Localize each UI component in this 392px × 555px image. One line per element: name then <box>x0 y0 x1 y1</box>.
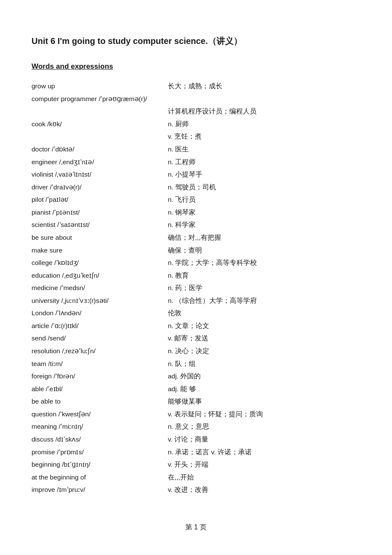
vocab-definition: n. 队；组 <box>168 357 360 370</box>
table-row: education /ˌedʒuˈkeɪʃn/ n. 教育 <box>32 269 360 282</box>
vocab-definition: v. 改进；改善 <box>168 483 360 496</box>
vocab-term: education /ˌedʒuˈkeɪʃn/ <box>32 269 168 282</box>
table-row: be sure about 确信；对,,,有把握 <box>32 231 360 244</box>
vocab-term: beginning /bɪˈɡɪnɪŋ/ <box>32 458 168 471</box>
vocab-term <box>32 130 168 143</box>
vocab-term: driver /ˈdraɪvə(r)/ <box>32 181 168 194</box>
vocab-definition: n. 小提琴手 <box>168 168 360 181</box>
vocab-term: medicine /ˈmedsn/ <box>32 282 168 294</box>
table-row: medicine /ˈmedsn/ n. 药；医学 <box>32 282 360 294</box>
vocab-definition: n. 文章；论文 <box>168 320 360 332</box>
vocab-term: at the beginning of <box>32 471 168 484</box>
vocab-definition: n. 工程师 <box>168 156 360 169</box>
vocab-definition: n. 厨师 <box>168 118 360 131</box>
vocab-table: grow up 长大；成熟；成长 computer programmer /ˈp… <box>32 80 360 496</box>
table-row: 计算机程序设计员；编程人员 <box>32 105 360 118</box>
table-row: send /send/ v. 邮寄；发送 <box>32 332 360 345</box>
vocab-term: be sure about <box>32 231 168 244</box>
vocab-term: violinist /ˌvaɪəˈlɪnɪst/ <box>32 168 168 181</box>
vocab-term: team /tiːm/ <box>32 357 168 370</box>
vocab-definition: v. 开头；开端 <box>168 458 360 471</box>
vocab-term: make sure <box>32 244 168 257</box>
table-row: meaning /ˈmiːnɪŋ/ n. 意义；意思 <box>32 420 360 433</box>
vocab-term: article /ˈɑː(r)tɪkl/ <box>32 320 168 332</box>
vocab-term: able /ˈeɪbl/ <box>32 383 168 395</box>
table-row: v. 烹饪；煮 <box>32 130 360 143</box>
table-row: university /ˌjuːnɪˈvɜː(r)səti/ n. （综合性）大… <box>32 294 360 307</box>
vocab-term: discuss /dɪˈskʌs/ <box>32 433 168 446</box>
vocab-definition: v. 烹饪；煮 <box>168 130 360 143</box>
vocab-term: improve /ɪmˈpruːv/ <box>32 483 168 496</box>
table-row: make sure 确保；查明 <box>32 244 360 257</box>
vocab-term: pilot /ˈpaɪlət/ <box>32 193 168 206</box>
table-row: promise /ˈprɒmɪs/ n. 承诺；诺言 v. 许诺；承诺 <box>32 446 360 459</box>
table-row: computer programmer /ˈprəʊɡræmə(r)/ <box>32 93 360 105</box>
table-row: violinist /ˌvaɪəˈlɪnɪst/ n. 小提琴手 <box>32 168 360 181</box>
table-row: London /ˈlʌndən/ 伦敦 <box>32 307 360 320</box>
vocab-term <box>32 105 168 118</box>
vocab-definition: n. 意义；意思 <box>168 420 360 433</box>
table-row: improve /ɪmˈpruːv/ v. 改进；改善 <box>32 483 360 496</box>
vocab-definition: n. 学院；大学；高等专科学校 <box>168 256 360 269</box>
vocab-definition: n. 科学家 <box>168 218 360 231</box>
table-row: doctor /ˈdɒktə/ n. 医生 <box>32 143 360 156</box>
table-row: at the beginning of 在,,,开始 <box>32 471 360 484</box>
table-row: article /ˈɑː(r)tɪkl/ n. 文章；论文 <box>32 320 360 332</box>
vocab-definition: v. 邮寄；发送 <box>168 332 360 345</box>
table-row: college /ˈkɒlɪdʒ/ n. 学院；大学；高等专科学校 <box>32 256 360 269</box>
vocab-term: college /ˈkɒlɪdʒ/ <box>32 256 168 269</box>
vocab-term: meaning /ˈmiːnɪŋ/ <box>32 420 168 433</box>
vocab-term: send /send/ <box>32 332 168 345</box>
vocab-term: doctor /ˈdɒktə/ <box>32 143 168 156</box>
vocab-definition: 计算机程序设计员；编程人员 <box>168 105 360 118</box>
vocab-definition: adj. 外国的 <box>168 370 360 383</box>
vocab-definition: adj. 能 够 <box>168 383 360 395</box>
vocab-term: scientist /ˈsaɪəntɪst/ <box>32 218 168 231</box>
table-row: cook /kʊk/ n. 厨师 <box>32 118 360 131</box>
vocab-term: promise /ˈprɒmɪs/ <box>32 446 168 459</box>
vocab-definition: n. （综合性）大学；高等学府 <box>168 294 360 307</box>
vocab-term: foreign /ˈfɒrən/ <box>32 370 168 383</box>
table-row: able /ˈeɪbl/ adj. 能 够 <box>32 383 360 395</box>
vocab-definition: n. 钢琴家 <box>168 206 360 219</box>
vocab-term: resolution /ˌrezəˈluːʃn/ <box>32 345 168 357</box>
section-heading: Words and expressions <box>32 61 360 72</box>
vocab-definition: n. 飞行员 <box>168 193 360 206</box>
table-row: scientist /ˈsaɪəntɪst/ n. 科学家 <box>32 218 360 231</box>
vocab-definition: 在,,,开始 <box>168 471 360 484</box>
page-footer: 第 1 页 <box>32 522 360 533</box>
table-row: beginning /bɪˈɡɪnɪŋ/ v. 开头；开端 <box>32 458 360 471</box>
vocab-term: engineer /ˌendʒɪˈnɪə/ <box>32 156 168 169</box>
vocab-definition: n. 决心；决定 <box>168 345 360 357</box>
vocab-term: pianist /ˈpɪənɪst/ <box>32 206 168 219</box>
table-row: question /ˈkwestʃən/ v. 表示疑问；怀疑；提问；质询 <box>32 408 360 421</box>
vocab-definition: v. 讨论；商量 <box>168 433 360 446</box>
table-row: foreign /ˈfɒrən/ adj. 外国的 <box>32 370 360 383</box>
table-row: pianist /ˈpɪənɪst/ n. 钢琴家 <box>32 206 360 219</box>
vocab-term: be able to <box>32 395 168 408</box>
vocab-term: grow up <box>32 80 168 93</box>
vocab-term: cook /kʊk/ <box>32 118 168 131</box>
table-row: driver /ˈdraɪvə(r)/ n. 驾驶员；司机 <box>32 181 360 194</box>
table-row: grow up 长大；成熟；成长 <box>32 80 360 93</box>
vocab-definition: 伦敦 <box>168 307 360 320</box>
vocab-definition: n. 教育 <box>168 269 360 282</box>
page-title: Unit 6 I'm going to study computer scien… <box>32 34 360 48</box>
vocab-definition: 长大；成熟；成长 <box>168 80 360 93</box>
vocab-term: university /ˌjuːnɪˈvɜː(r)səti/ <box>32 294 168 307</box>
vocab-definition: 确保；查明 <box>168 244 360 257</box>
vocab-definition: n. 驾驶员；司机 <box>168 181 360 194</box>
vocab-term: computer programmer /ˈprəʊɡræmə(r)/ <box>32 93 360 105</box>
table-row: be able to 能够做某事 <box>32 395 360 408</box>
vocab-definition: n. 承诺；诺言 v. 许诺；承诺 <box>168 446 360 459</box>
page-container: Unit 6 I'm going to study computer scien… <box>32 34 360 532</box>
vocab-term: question /ˈkwestʃən/ <box>32 408 168 421</box>
table-row: pilot /ˈpaɪlət/ n. 飞行员 <box>32 193 360 206</box>
vocab-definition: 能够做某事 <box>168 395 360 408</box>
vocab-definition: n. 药；医学 <box>168 282 360 294</box>
vocab-definition: n. 医生 <box>168 143 360 156</box>
table-row: resolution /ˌrezəˈluːʃn/ n. 决心；决定 <box>32 345 360 357</box>
table-row: team /tiːm/ n. 队；组 <box>32 357 360 370</box>
table-row: engineer /ˌendʒɪˈnɪə/ n. 工程师 <box>32 156 360 169</box>
vocab-definition: v. 表示疑问；怀疑；提问；质询 <box>168 408 360 421</box>
